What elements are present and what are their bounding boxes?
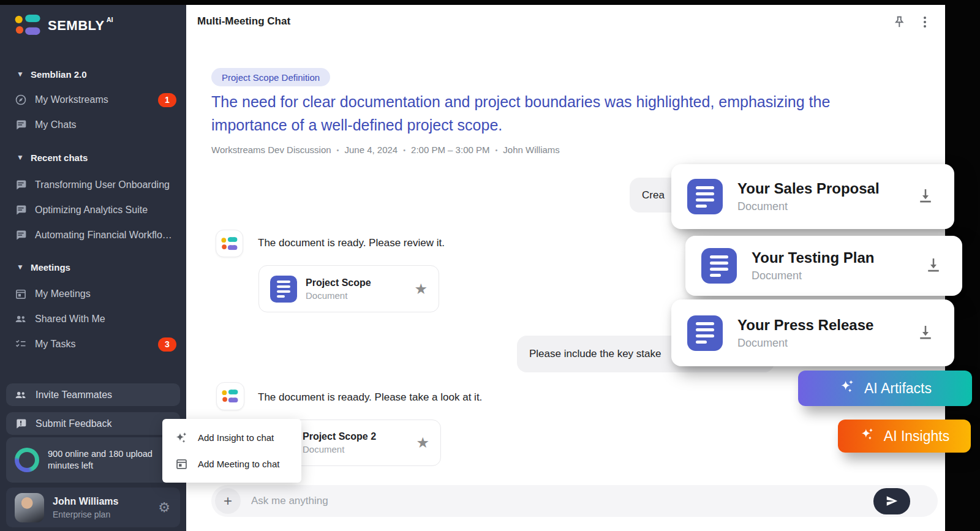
user-profile[interactable]: John Williams Enterprise plan ⚙: [6, 488, 180, 527]
document-title: Project Scope: [306, 277, 371, 288]
workstreams-badge: 1: [158, 93, 176, 107]
sidebar-recent-chat-1[interactable]: Transforming User Onboarding: [0, 175, 186, 195]
usage-progress-ring: [15, 448, 39, 472]
document-icon: [270, 276, 297, 303]
meta-time: 2:00 PM – 3:00 PM: [411, 145, 489, 155]
tasks-badge: 3: [158, 337, 176, 352]
plus-icon[interactable]: +: [215, 488, 241, 514]
document-title: Project Scope 2: [303, 431, 376, 442]
section-meetings[interactable]: ▼ Meetings: [0, 258, 186, 276]
download-icon[interactable]: [916, 186, 935, 207]
avatar: [15, 493, 44, 522]
sidebar-item-my-workstreams[interactable]: My Workstreams 1: [0, 89, 186, 110]
recent-chat-label: Automating Financial Workflo…: [35, 230, 172, 241]
menu-item-add-meeting[interactable]: Add Meeting to chat: [162, 451, 301, 477]
download-icon[interactable]: [924, 255, 943, 276]
submit-feedback-button[interactable]: Submit Feedback: [6, 412, 180, 435]
artifact-title: Your Press Release: [737, 317, 873, 334]
meta-owner: John Williams: [503, 145, 560, 155]
usage-text: 900 online and 180 upload minutes left: [48, 448, 158, 472]
sparkle-icon: [839, 378, 856, 399]
meta-meeting-name: Workstreams Dev Discussion: [211, 145, 331, 155]
send-icon: [885, 494, 899, 508]
document-card-project-scope[interactable]: Project Scope Document ★: [258, 265, 439, 312]
sembly-logo-icon: [222, 389, 239, 404]
topic-chip[interactable]: Project Scope Definition: [211, 68, 330, 86]
artifact-type: Document: [737, 200, 880, 213]
chat-icon: [15, 204, 27, 216]
sembly-logo: SEMBLYAI: [15, 13, 113, 39]
menu-item-label: Add Insight to chat: [198, 432, 274, 443]
sidebar-item-my-tasks[interactable]: My Tasks 3: [0, 334, 186, 355]
feedback-icon: [15, 418, 27, 430]
sidebar-recent-chat-2[interactable]: Optimizing Analytics Suite: [0, 200, 186, 220]
bot-avatar: [216, 382, 244, 410]
star-icon[interactable]: ★: [416, 434, 429, 451]
ai-artifacts-label: AI Artifacts: [864, 380, 932, 397]
chat-icon: [15, 119, 27, 131]
bot-message-1: The document is ready. Please review it.: [258, 237, 445, 249]
sidebar-item-label: My Workstreams: [35, 94, 108, 105]
bot-avatar: [216, 230, 243, 257]
recent-chat-label: Transforming User Onboarding: [35, 179, 170, 190]
menu-item-label: Add Meeting to chat: [198, 459, 279, 469]
sidebar-item-my-chats[interactable]: My Chats: [0, 115, 186, 135]
top-frame: [0, 0, 980, 5]
calendar-icon: [15, 288, 27, 300]
document-type: Document: [303, 444, 376, 454]
sembly-app: SEMBLYAI ▼ Semblian 2.0 My Workstreams 1…: [0, 0, 980, 531]
meeting-meta: Workstreams Dev Discussion • June 4, 202…: [211, 145, 560, 155]
artifact-title: Your Testing Plan: [752, 249, 874, 266]
document-icon: [687, 315, 723, 351]
sparkle-icon: [859, 426, 875, 446]
invite-teammates-button[interactable]: Invite Teammates: [6, 383, 180, 406]
people-icon: [15, 389, 27, 401]
calendar-icon: [174, 458, 189, 470]
chevron-down-icon: ▼: [17, 154, 24, 161]
ai-insights-button[interactable]: AI Insights: [838, 420, 971, 453]
context-menu: Add Insight to chat Add Meeting to chat: [162, 419, 301, 483]
sidebar-item-shared-with-me[interactable]: Shared With Me: [0, 309, 186, 330]
people-icon: [15, 313, 27, 325]
section-semblian[interactable]: ▼ Semblian 2.0: [0, 65, 186, 83]
document-type: Document: [306, 290, 371, 301]
artifact-card-press-release[interactable]: Your Press Release Document: [671, 299, 954, 366]
artifact-type: Document: [737, 337, 873, 350]
submit-feedback-label: Submit Feedback: [36, 418, 112, 429]
kebab-menu-icon[interactable]: [919, 15, 931, 32]
pin-icon[interactable]: [891, 14, 907, 32]
chevron-down-icon: ▼: [17, 263, 24, 271]
user-name: John Williams: [53, 496, 118, 507]
chat-icon: [15, 229, 27, 241]
download-icon[interactable]: [916, 323, 935, 344]
chat-icon: [15, 179, 27, 191]
artifact-card-testing-plan[interactable]: Your Testing Plan Document: [685, 236, 962, 296]
sparkle-icon: [174, 431, 189, 445]
sembly-logo-icon: [221, 236, 238, 251]
star-icon[interactable]: ★: [414, 281, 428, 298]
document-icon: [701, 248, 737, 284]
compass-icon: [15, 94, 27, 106]
send-button[interactable]: [873, 488, 910, 514]
ask-input[interactable]: [241, 494, 873, 508]
sidebar: SEMBLYAI ▼ Semblian 2.0 My Workstreams 1…: [0, 5, 186, 531]
sidebar-item-label: Shared With Me: [35, 314, 105, 325]
summary-headline: The need for clear documentation and pro…: [211, 90, 894, 137]
meta-date: June 4, 2024: [344, 145, 398, 155]
chevron-down-icon: ▼: [17, 70, 24, 78]
usage-meter[interactable]: 900 online and 180 upload minutes left: [6, 437, 180, 483]
section-recent-chats[interactable]: ▼ Recent chats: [0, 148, 186, 167]
gear-icon[interactable]: ⚙: [158, 501, 170, 514]
menu-item-add-insight[interactable]: Add Insight to chat: [162, 424, 301, 451]
composer: +: [211, 485, 938, 517]
ai-artifacts-button[interactable]: AI Artifacts: [798, 371, 972, 406]
sidebar-item-my-meetings[interactable]: My Meetings: [0, 284, 186, 304]
sidebar-recent-chat-3[interactable]: Automating Financial Workflo…: [0, 225, 186, 246]
artifact-card-sales-proposal[interactable]: Your Sales Proposal Document: [671, 164, 954, 229]
invite-teammates-label: Invite Teammates: [36, 390, 112, 401]
sembly-logo-icon: [15, 13, 42, 39]
document-icon: [687, 179, 723, 214]
artifact-type: Document: [752, 269, 874, 282]
sidebar-item-label: My Meetings: [35, 288, 91, 299]
bot-message-2: The document is reaady. Please take a lo…: [258, 391, 482, 404]
